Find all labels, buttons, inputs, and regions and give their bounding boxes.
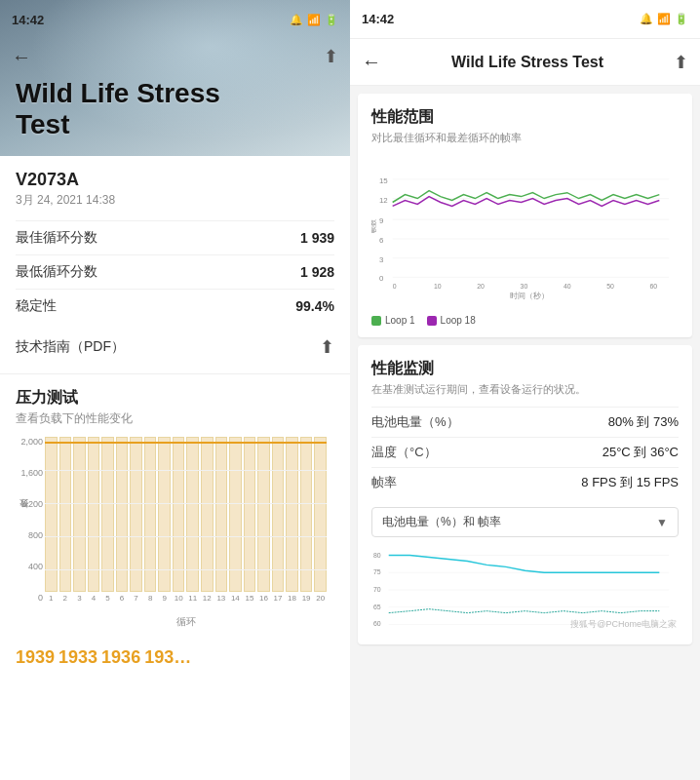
stat-label-stability: 稳定性 xyxy=(16,297,57,315)
stat-row-min: 最低循环分数 1 928 xyxy=(16,254,334,289)
bar-14: 14 xyxy=(229,437,242,603)
monitoring-dropdown[interactable]: 电池电量（%）和 帧率 ▼ xyxy=(371,507,679,537)
bar-1: 1 xyxy=(45,437,58,603)
right-battery-icon: 🔋 xyxy=(675,13,688,25)
svg-text:帧数: 帧数 xyxy=(371,219,376,233)
bar-9: 9 xyxy=(158,437,171,603)
right-panel: 14:42 🔔 📶 🔋 ← Wild Life Stress Test ⬆ 性能… xyxy=(350,0,700,780)
right-nav-bar: ← Wild Life Stress Test ⬆ xyxy=(350,39,700,86)
right-status-bar: 14:42 🔔 📶 🔋 xyxy=(350,0,700,39)
right-time: 14:42 xyxy=(362,12,394,26)
bar-11: 11 xyxy=(186,437,199,603)
bar-6: 6 xyxy=(116,437,129,603)
left-panel: 14:42 🔔 📶 🔋 ← ⬆ Wild Life StressTest V20… xyxy=(0,0,350,780)
monitoring-subtitle: 在基准测试运行期间，查看设备运行的状况。 xyxy=(371,382,679,397)
svg-text:0: 0 xyxy=(393,283,397,290)
perf-range-card: 性能范围 对比最佳循环和最差循环的帧率 15 12 9 6 3 0 帧数 xyxy=(358,94,692,337)
monitoring-card: 性能监测 在基准测试运行期间，查看设备运行的状况。 电池电量（%） 80% 到 … xyxy=(358,345,692,644)
stress-section: 压力测试 查看负载下的性能变化 2,000 1,600 1,200 800 40… xyxy=(0,374,350,640)
y-label-800: 800 xyxy=(28,530,43,540)
left-time: 14:42 xyxy=(12,13,44,27)
battery-chart: 80 75 70 65 60 Life Stress Test xyxy=(371,545,679,633)
bar-15: 15 xyxy=(244,437,256,603)
left-status-icons: 🔔 📶 🔋 xyxy=(290,14,338,26)
scores-row: 1939 1933 1936 193… xyxy=(0,640,350,674)
info-card: V2073A 3月 24, 2021 14:38 最佳循环分数 1 939 最低… xyxy=(0,156,350,374)
right-content: 性能范围 对比最佳循环和最差循环的帧率 15 12 9 6 3 0 帧数 xyxy=(350,86,700,780)
monitor-value-battery: 80% 到 73% xyxy=(608,413,679,431)
pdf-label[interactable]: 技术指南（PDF） xyxy=(16,338,125,356)
legend-loop1: Loop 1 xyxy=(371,315,415,326)
bar-18: 18 xyxy=(286,437,298,603)
right-back-button[interactable]: ← xyxy=(362,51,381,73)
svg-text:75: 75 xyxy=(373,568,381,575)
y-axis-labels: 2,000 1,600 1,200 800 400 0 xyxy=(16,437,43,603)
y-label-2000: 2,000 xyxy=(20,437,43,447)
legend-loop18: Loop 18 xyxy=(427,315,476,326)
pdf-share-icon[interactable]: ⬆ xyxy=(320,336,334,358)
pdf-row: 技术指南（PDF） ⬆ xyxy=(16,323,334,366)
bar-8: 8 xyxy=(144,437,157,603)
stat-value-min: 1 928 xyxy=(300,264,334,280)
score-4: 193… xyxy=(144,647,191,668)
monitor-label-fps: 帧率 xyxy=(371,474,397,491)
score-2: 1933 xyxy=(58,647,97,668)
grid-400 xyxy=(45,569,327,570)
stress-bar-chart: 2,000 1,600 1,200 800 400 0 分数 1 xyxy=(16,437,334,632)
left-share-button[interactable]: ⬆ xyxy=(324,46,338,67)
svg-text:70: 70 xyxy=(373,586,381,593)
bar-5: 5 xyxy=(101,437,114,603)
bar-7: 7 xyxy=(130,437,142,603)
bar-20: 20 xyxy=(314,437,327,603)
device-date: 3月 24, 2021 14:38 xyxy=(16,192,334,209)
svg-text:80: 80 xyxy=(373,552,381,559)
monitor-label-battery: 电池电量（%） xyxy=(371,413,459,431)
perf-range-title: 性能范围 xyxy=(371,107,679,128)
bar-16: 16 xyxy=(257,437,270,603)
stat-value-best: 1 939 xyxy=(300,230,334,246)
y-label-1200: 1,200 xyxy=(20,499,43,509)
stat-value-stability: 99.4% xyxy=(295,298,334,314)
monitor-row-temp: 温度（°C） 25°C 到 36°C xyxy=(371,437,679,467)
monitor-row-battery: 电池电量（%） 80% 到 73% xyxy=(371,407,679,437)
svg-text:65: 65 xyxy=(373,604,381,610)
svg-text:30: 30 xyxy=(521,283,528,290)
grid-800 xyxy=(45,536,327,537)
bars-container: 1 2 3 4 5 6 7 8 9 10 11 12 13 14 15 16 1 xyxy=(45,437,327,603)
chevron-down-icon: ▼ xyxy=(656,516,668,529)
perf-range-svg: 15 12 9 6 3 0 帧数 0 xyxy=(371,155,679,311)
svg-text:15: 15 xyxy=(379,176,388,185)
right-status-icons: 🔔 📶 🔋 xyxy=(640,13,688,25)
device-id: V2073A xyxy=(16,170,334,190)
right-share-button[interactable]: ⬆ xyxy=(674,52,688,73)
left-hero: 14:42 🔔 📶 🔋 ← ⬆ Wild Life StressTest xyxy=(0,0,350,156)
left-status-bar: 14:42 🔔 📶 🔋 xyxy=(0,0,350,39)
bars-area: 1 2 3 4 5 6 7 8 9 10 11 12 13 14 15 16 1 xyxy=(45,437,327,603)
hero-title: Wild Life StressTest xyxy=(16,78,334,140)
notification-icon: 🔔 xyxy=(290,14,303,26)
stress-title: 压力测试 xyxy=(16,388,334,409)
right-nav-title: Wild Life Stress Test xyxy=(451,54,603,71)
reference-line xyxy=(45,442,327,444)
perf-range-chart: 15 12 9 6 3 0 帧数 0 xyxy=(371,155,679,311)
monitor-value-temp: 25°C 到 36°C xyxy=(603,444,679,461)
svg-text:60: 60 xyxy=(373,620,381,627)
svg-text:12: 12 xyxy=(379,196,388,205)
legend-loop18-label: Loop 18 xyxy=(441,315,476,326)
score-1: 1939 xyxy=(16,647,55,668)
bar-10: 10 xyxy=(173,437,185,603)
right-notification-icon: 🔔 xyxy=(640,13,653,25)
stat-label-min: 最低循环分数 xyxy=(16,263,97,281)
left-back-button[interactable]: ← xyxy=(12,46,31,68)
watermark: 搜狐号@PCHome电脑之家 xyxy=(570,618,677,631)
stress-subtitle: 查看负载下的性能变化 xyxy=(16,410,334,427)
stat-row-stability: 稳定性 99.4% xyxy=(16,289,334,323)
svg-text:60: 60 xyxy=(649,283,657,290)
svg-text:50: 50 xyxy=(606,283,614,290)
battery-icon: 🔋 xyxy=(325,14,338,26)
legend-loop1-color xyxy=(371,316,381,326)
stat-row-best: 最佳循环分数 1 939 xyxy=(16,220,334,254)
grid-1200 xyxy=(45,503,327,504)
score-3: 1936 xyxy=(101,647,140,668)
legend-loop18-color xyxy=(427,316,437,326)
